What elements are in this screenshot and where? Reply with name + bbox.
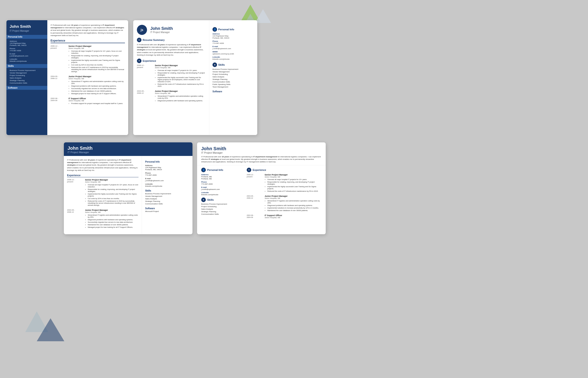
card3-skill-5: Communication Skills [145,203,189,205]
card4-exp-label: Experience [253,169,266,171]
card3-exp2-title: Junior Project Manager [85,209,138,211]
card3-linkedin: linkedin.com/johnutw [145,185,189,187]
card1-experience-heading: Experience [51,39,125,43]
card1-skill-4: Sales Analysis [10,77,44,79]
card1-exp1-title: Senior Project Manager [68,45,125,47]
card4-exp3-dates: 2002-08 -2004-09 [247,214,262,218]
card3-exp2-bullets: Streamlined IT logistics and administrat… [85,214,138,228]
card1-title: IT Project Manager [10,30,44,32]
card3-summary: IT Professional with over 10 years of ex… [67,159,138,172]
card4-experience-col: ✦ Experience 2006-12 -present Senior Pro… [247,168,322,221]
card2-skill-3: Project Scheduling [212,73,254,75]
decorative-triangle-bl2 [37,318,64,341]
card3-name: John Smith [68,146,189,151]
card4-exp1-title: Senior Project Manager [265,174,322,176]
card2-exp-1: 2006-12 -present Senior Project Manager … [137,64,205,88]
card2-skill-4: Sales Analysis [212,76,254,78]
card2-summary-label: Resume Summary [143,39,165,41]
card2-exp2-title: Junior Project Manager [155,90,205,92]
card4-exp2-bullets: Streamlined IT logistics and administrat… [265,200,322,212]
card2-name-block: John Smith IT Project Manager [150,26,173,34]
card2-exp-label: Experience [143,59,156,62]
card4-skill-4: Strategic Planning [201,211,243,213]
card2-skill-5: Strategic Planning [212,78,254,80]
card2-exp1-dates: 2006-12 -present [137,64,153,68]
card2-sidebar: 👤 Personal Info Address 134 Rightward Wa… [209,20,257,135]
decorative-triangle-light1 [255,9,271,23]
card3-address2: Portland, ME, 04019 [145,169,189,171]
card3-skill-3: Sales Analysis [145,198,189,200]
card1-exp3-dates: 2002-08 -2004-09 [51,97,67,102]
card3-phone: 774-987-4009 [145,174,189,176]
card2-www: uptowork.com/mycvj.smith [212,53,254,55]
card2-skill-8: Team Management [212,86,254,88]
card2-exp1-title: Senior Project Manager [155,64,205,67]
card4-email: j.smith@uptowork.com [201,188,243,190]
card3-exp2-dates: 2004-09 -2006-12 [67,209,83,213]
card1-address2: Portland, ME, 04019 [10,44,44,46]
resume-card-1: John Smith IT Project Manager Personal I… [6,20,128,135]
card4-linkedin: linkedin.com/johnutw [201,194,243,196]
card4-exp2-dates: 2004-09 -2006-12 [247,195,262,199]
card1-exp3-title: IT Support Officer [68,97,125,100]
card3-left: IT Professional with over 10 years of ex… [64,156,142,234]
card2-personal-label: Personal Info [218,28,234,31]
card1-exp-2: 2004-09 -2006-12 Junior Project Manager … [51,75,125,95]
card2-software-heading: Software [212,90,254,93]
card3-address1: 134 Rightward Way [145,166,189,169]
card4-skill-1: Business Process Improvement [201,203,243,205]
card4-email-label: E-mail [201,186,243,188]
card2-experience-heading: ✦ Experience [137,59,205,63]
card1-address1: 134 Rightward Way [10,42,44,44]
card3-linkedin-label: LinkedIn [145,183,189,185]
card4-exp1-dates: 2006-12 -present [247,174,262,178]
card4-skill-3: Sales Analysis [201,208,243,210]
card4-skill-2: Project Scheduling [201,205,243,208]
card2-skill-6: Communication Skills [212,81,254,83]
card4-personal-label: Personal Info [207,169,223,171]
card4-skill-5: Communication Skills [201,213,243,215]
card3-exp1-company: Seton Hospital, ME [85,181,138,183]
card3-exp1-dates: 2006-12 -present [67,179,83,183]
card1-exp-3: 2002-08 -2004-09 IT Support Officer Seto… [51,97,125,105]
card1-name: John Smith [10,24,44,29]
card3-address-label: Address [145,164,189,166]
summary-icon: ⊙ [137,38,141,42]
card3-skill-2: Vendor Management [145,195,189,197]
card2-linkedin-label: LinkedIn [212,56,254,58]
card1-exp3-company: Seton Hospital, ME [68,100,125,102]
card4-exp3-title: IT Support Officer [265,214,322,216]
card3-software-1: Microsoft Project [145,210,189,212]
card2-exp2-company: Seton Hospital, ME [155,92,205,94]
card1-exp1-bullets: Oversaw all major hospital IT projects f… [68,50,125,73]
card4-address-label: Address [201,174,243,176]
experience-icon: ✦ [137,59,141,63]
card2-skill-1: Business Process Improvement [212,68,254,70]
card1-email: j.smith@uptowork.com [10,55,44,57]
card4-city: Portland, ME [201,178,243,180]
card2-exp1-bullets: Oversaw all major hospital IT projects f… [155,69,205,87]
card2-exp1-company: Seton Hospital, ME [155,67,205,69]
card1-skill-1: Business Process Improvement [10,69,44,71]
card2-skills-heading: ★ Skills [212,62,254,67]
card4-address-short: Portland, ME [201,176,243,178]
card4-exp1-company: Seton Hospital, ME [265,176,322,178]
card1-exp1-dates: 2006-12 -present [51,45,67,49]
card4-personal-col: 👤 Personal Info Address Portland, ME Por… [201,168,243,221]
card1-email-label: E-mail [10,53,44,55]
card3-exp-heading: Experience [67,174,138,177]
resume-card-3: John Smith IT Project Manager IT Profess… [64,142,192,234]
card3-header: John Smith IT Project Manager [64,142,192,156]
card1-phone: 774-987-4009 [10,50,44,52]
card1-summary: IT Professional with over 10 years of ex… [51,24,125,37]
card3-title: IT Project Manager [68,151,189,154]
card4-exp2-title: Junior Project Manager [265,195,322,197]
card4-exp2-company: Seton Hospital, ME [265,197,322,199]
card1-exp2-bullets: Streamlined IT logistics and administrat… [68,80,125,94]
card4-columns: 👤 Personal Info Address Portland, ME Por… [197,165,326,223]
card1-skill-2: Vendor Management [10,72,44,74]
card4-name: John Smith [201,146,322,151]
card2-summary: IT Professional with over 10 years of ex… [137,43,205,56]
card3-personal-heading: Personal Info [145,161,189,163]
card1-personal-info-heading: Personal Info [6,35,47,39]
